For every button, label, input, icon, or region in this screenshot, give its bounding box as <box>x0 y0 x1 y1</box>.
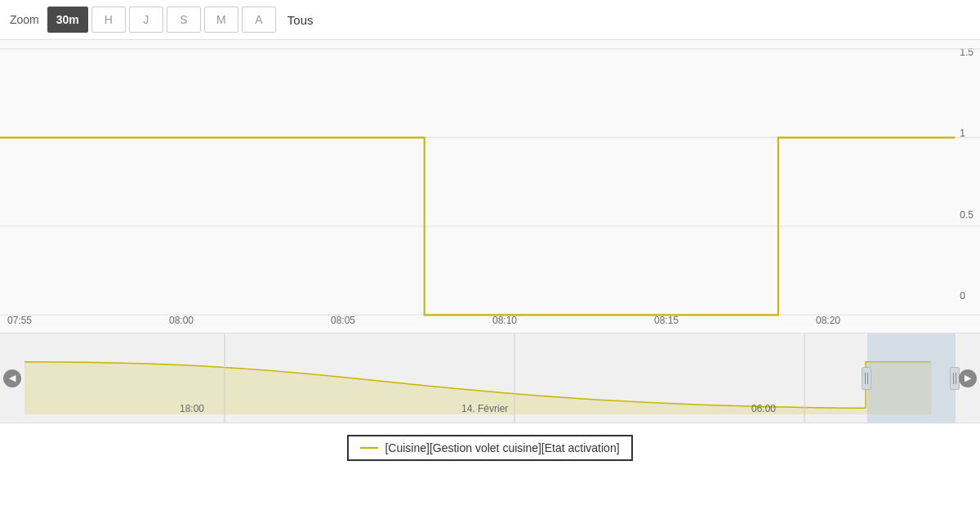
nav-label-date: 14. Février <box>461 403 508 414</box>
legend: [Cuisine][Gestion volet cuisine][Etat ac… <box>0 423 980 472</box>
main-chart-svg <box>0 40 980 333</box>
nav-selection-rect <box>867 333 956 423</box>
nav-arrow-right[interactable]: ▶ <box>959 369 977 387</box>
zoom-btn-tous[interactable]: Tous <box>279 7 322 33</box>
zoom-btn-H[interactable]: H <box>91 7 126 33</box>
main-chart: 1.5 1 0.5 0 07:55 08:00 08:05 08:10 08:1… <box>0 39 980 333</box>
x-label-0755: 07:55 <box>7 315 32 326</box>
legend-line <box>360 447 378 449</box>
x-axis: 07:55 08:00 08:05 08:10 08:15 08:20 <box>0 308 980 333</box>
x-label-0810: 08:10 <box>492 315 517 326</box>
zoom-btn-A[interactable]: A <box>242 7 276 33</box>
legend-text: [Cuisine][Gestion volet cuisine][Etat ac… <box>385 441 619 454</box>
x-label-0820: 08:20 <box>816 315 840 326</box>
navigator[interactable]: 18:00 14. Février 06:00 ◀ ▶ <box>0 333 980 423</box>
nav-label-1800: 18:00 <box>180 403 204 414</box>
zoom-btn-J[interactable]: J <box>129 7 163 33</box>
zoom-bar: Zoom 30m H J S M A Tous <box>0 0 980 39</box>
nav-handle-left[interactable] <box>862 367 871 390</box>
zoom-label: Zoom <box>10 13 39 26</box>
nav-label-0600: 06:00 <box>751 403 776 414</box>
x-label-0805: 08:05 <box>331 315 355 326</box>
zoom-btn-S[interactable]: S <box>167 7 201 33</box>
legend-box: [Cuisine][Gestion volet cuisine][Etat ac… <box>347 435 632 461</box>
nav-arrow-left[interactable]: ◀ <box>3 369 21 387</box>
zoom-btn-M[interactable]: M <box>204 7 238 33</box>
x-label-0815: 08:15 <box>654 315 679 326</box>
x-label-0800: 08:00 <box>169 315 194 326</box>
zoom-btn-30m[interactable]: 30m <box>47 7 88 33</box>
